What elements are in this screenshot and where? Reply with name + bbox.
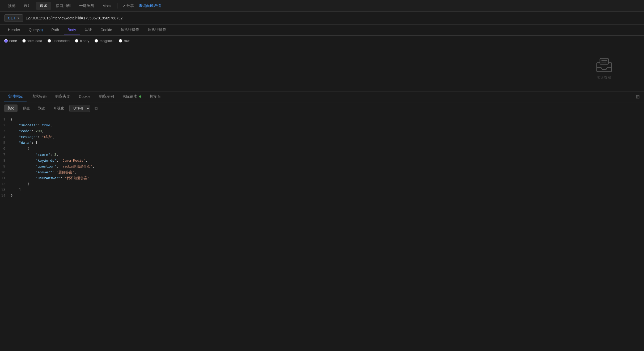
resp-tab-resp-headers[interactable]: 响应头(5) xyxy=(51,91,74,102)
method-arrow-icon: ▼ xyxy=(17,17,20,20)
nav-cases[interactable]: 接口用例 xyxy=(52,2,74,10)
url-bar: GET ▼ xyxy=(0,12,644,25)
body-options: none form-data urlencoded binary msgpack… xyxy=(0,36,644,46)
method-selector[interactable]: GET ▼ xyxy=(4,14,23,22)
nav-detail-label: 查询面试详情 xyxy=(139,3,161,8)
resp-tab-cookie[interactable]: Cookie xyxy=(75,92,94,102)
code-line-1: 1 { xyxy=(0,116,644,122)
code-line-6: 6 { xyxy=(0,146,644,152)
body-urlencoded-option[interactable]: urlencoded xyxy=(48,39,70,43)
code-line-4: 4 "message": "成功", xyxy=(0,134,644,140)
nav-debug[interactable]: 调试 xyxy=(36,2,51,10)
tab-auth[interactable]: 认证 xyxy=(81,25,96,35)
nav-stress[interactable]: 一键压测 xyxy=(75,2,98,10)
preview-btn[interactable]: 预览 xyxy=(35,105,48,112)
empty-text: 暂无数据 xyxy=(597,75,611,80)
code-line-8: 8 "keyWords": "Java-Redis", xyxy=(0,158,644,164)
code-line-13: 13 ] xyxy=(0,187,644,193)
method-label: GET xyxy=(8,16,15,20)
copy-btn[interactable]: ⧉ xyxy=(92,105,100,112)
tab-post-exec[interactable]: 后执行操作 xyxy=(144,25,170,35)
nav-share[interactable]: ↗ 分享 xyxy=(120,2,137,10)
tab-query[interactable]: Query(1) xyxy=(25,25,47,35)
sidebar-toggle-icon[interactable]: ⊞ xyxy=(636,94,640,100)
code-line-2: 2 "success": true, xyxy=(0,122,644,128)
visual-btn[interactable]: 可视化 xyxy=(50,105,67,112)
share-label: 分享 xyxy=(126,3,134,8)
top-nav: 预览 设计 调试 接口用例 一键压测 Mock ↗ 分享 查询面试详情 xyxy=(0,0,644,12)
resp-toolbar: 美化 原生 预览 可视化 UTF-8 ⧉ xyxy=(0,102,644,114)
share-icon: ↗ xyxy=(122,4,125,8)
inbox-icon xyxy=(596,58,612,72)
body-msgpack-option[interactable]: msgpack xyxy=(95,39,113,43)
body-none-option[interactable]: none xyxy=(4,39,17,43)
tab-cookie[interactable]: Cookie xyxy=(97,25,116,35)
resp-tab-console[interactable]: 控制台 xyxy=(146,91,165,102)
beautify-btn[interactable]: 美化 xyxy=(4,105,18,112)
active-dot-badge xyxy=(139,95,141,98)
resp-tab-realtime[interactable]: 实时响应 xyxy=(4,91,27,102)
tab-body[interactable]: Body xyxy=(64,25,80,35)
nav-mock[interactable]: Mock xyxy=(99,2,115,10)
encoding-select[interactable]: UTF-8 xyxy=(69,105,90,112)
resp-tab-example[interactable]: 响应示例 xyxy=(95,91,118,102)
nav-divider xyxy=(117,3,117,9)
raw-btn[interactable]: 原生 xyxy=(20,105,33,112)
tab-path[interactable]: Path xyxy=(48,25,63,35)
tab-pre-exec[interactable]: 预执行操作 xyxy=(117,25,143,35)
body-raw-option[interactable]: raw xyxy=(119,39,129,43)
code-line-10: 10 "answer": "题目答案", xyxy=(0,169,644,175)
code-line-5: 5 "data": [ xyxy=(0,140,644,146)
code-line-7: 7 "score": 3, xyxy=(0,152,644,158)
request-tabs: Header Query(1) Path Body 认证 Cookie 预执行操… xyxy=(0,25,644,36)
url-input[interactable] xyxy=(26,16,640,20)
body-content-area: 暂无数据 xyxy=(0,46,644,91)
empty-state: 暂无数据 xyxy=(596,58,612,80)
nav-preview[interactable]: 预览 xyxy=(4,2,19,10)
code-line-9: 9 "question": "redis到底是什么", xyxy=(0,164,644,169)
code-line-12: 12 } xyxy=(0,181,644,187)
body-formdata-option[interactable]: form-data xyxy=(22,39,42,43)
resp-tab-req-headers[interactable]: 请求头(6) xyxy=(28,91,50,102)
svg-rect-1 xyxy=(600,58,608,64)
code-line-14: 14 } xyxy=(0,193,644,199)
code-line-11: 11 "userAnswer": "我不知道答案" xyxy=(0,175,644,181)
body-binary-option[interactable]: binary xyxy=(75,39,89,43)
nav-design[interactable]: 设计 xyxy=(20,2,35,10)
response-code-block: 1 { 2 "success": true, 3 "code": 200, 4 … xyxy=(0,114,644,201)
resp-tab-actual-request[interactable]: 实际请求 xyxy=(119,91,145,102)
tab-header[interactable]: Header xyxy=(4,25,24,35)
code-line-3: 3 "code": 200, xyxy=(0,128,644,134)
response-tabs: 实时响应 请求头(6) 响应头(5) Cookie 响应示例 实际请求 控制台 … xyxy=(0,91,644,102)
